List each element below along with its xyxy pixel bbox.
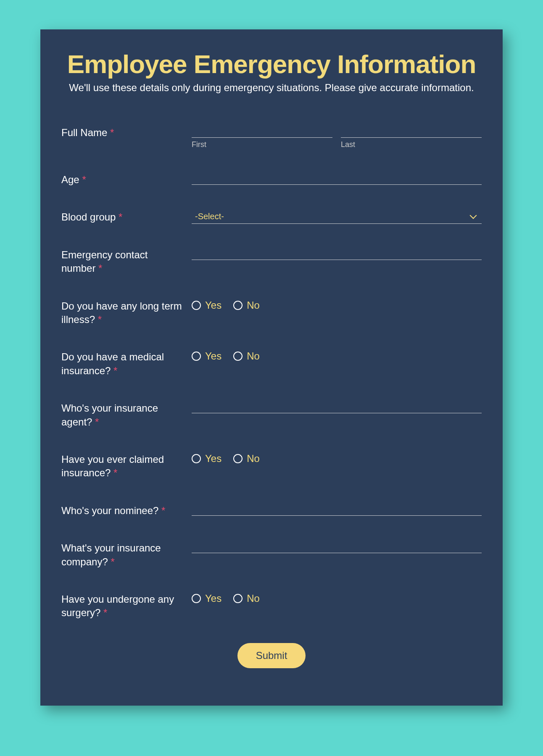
- row-surgery: Have you undergone any surgery? * Yes No: [61, 592, 482, 620]
- label-insurance-agent: Who's your insurance agent? *: [61, 401, 192, 429]
- radio-label: No: [247, 593, 260, 604]
- row-emergency-contact: Emergency contact number *: [61, 247, 482, 276]
- radio-icon: [233, 594, 243, 603]
- chevron-down-icon: [470, 212, 477, 219]
- radio-icon: [192, 352, 201, 361]
- label-age: Age *: [61, 172, 192, 186]
- label-medical-insurance: Do you have a medical insurance? *: [61, 349, 192, 378]
- label-text: Emergency contact number: [61, 249, 148, 274]
- required-mark: *: [161, 505, 165, 516]
- label-full-name: Full Name *: [61, 125, 192, 139]
- radio-icon: [233, 301, 243, 310]
- radio-icon: [233, 352, 243, 361]
- form-footer: Submit: [61, 643, 482, 668]
- last-name-sublabel: Last: [341, 140, 482, 149]
- radio-icon: [233, 454, 243, 463]
- row-insurance-agent: Who's your insurance agent? *: [61, 401, 482, 429]
- radio-label: No: [247, 299, 260, 311]
- long-term-illness-radios: Yes No: [192, 299, 482, 311]
- row-age: Age *: [61, 172, 482, 186]
- label-emergency-contact: Emergency contact number *: [61, 247, 192, 276]
- surgery-yes[interactable]: Yes: [192, 593, 221, 604]
- row-insurance-company: What's your insurance company? *: [61, 541, 482, 569]
- required-mark: *: [119, 211, 122, 223]
- label-text: Full Name: [61, 127, 107, 138]
- claimed-insurance-yes[interactable]: Yes: [192, 453, 221, 465]
- last-name-input[interactable]: [341, 125, 482, 138]
- required-mark: *: [110, 127, 114, 138]
- medical-insurance-radios: Yes No: [192, 349, 482, 362]
- medical-insurance-yes[interactable]: Yes: [192, 350, 221, 362]
- form-subtitle: We'll use these details only during emer…: [53, 82, 490, 94]
- first-name-sublabel: First: [192, 140, 332, 149]
- surgery-radios: Yes No: [192, 592, 482, 604]
- medical-insurance-no[interactable]: No: [233, 350, 260, 362]
- label-text: Age: [61, 174, 79, 185]
- long-term-illness-yes[interactable]: Yes: [192, 299, 221, 311]
- radio-label: Yes: [205, 593, 221, 604]
- radio-icon: [192, 594, 201, 603]
- label-text: Who's your nominee?: [61, 505, 158, 516]
- claimed-insurance-radios: Yes No: [192, 452, 482, 465]
- required-mark: *: [113, 365, 117, 376]
- claimed-insurance-no[interactable]: No: [233, 453, 260, 465]
- label-long-term-illness: Do you have any long term illness? *: [61, 299, 192, 327]
- form-title: Employee Emergency Information: [53, 50, 490, 78]
- label-surgery: Have you undergone any surgery? *: [61, 592, 192, 620]
- form-body: Full Name * First Last Age *: [53, 125, 490, 668]
- label-claimed-insurance: Have you ever claimed insurance? *: [61, 452, 192, 480]
- row-long-term-illness: Do you have any long term illness? * Yes…: [61, 299, 482, 327]
- form-header: Employee Emergency Information We'll use…: [53, 50, 490, 94]
- form-card: Employee Emergency Information We'll use…: [40, 29, 503, 706]
- radio-label: No: [247, 453, 260, 465]
- label-text: Have you ever claimed insurance?: [61, 454, 164, 478]
- required-mark: *: [98, 262, 102, 274]
- label-text: Who's your insurance agent?: [61, 402, 158, 427]
- age-input[interactable]: [192, 172, 482, 185]
- emergency-contact-input[interactable]: [192, 247, 482, 260]
- label-text: Have you undergone any surgery?: [61, 593, 174, 618]
- required-mark: *: [82, 174, 86, 185]
- radio-label: No: [247, 350, 260, 362]
- radio-icon: [192, 301, 201, 310]
- row-claimed-insurance: Have you ever claimed insurance? * Yes N…: [61, 452, 482, 480]
- blood-group-placeholder: -Select-: [192, 212, 224, 221]
- radio-icon: [192, 454, 201, 463]
- radio-label: Yes: [205, 299, 221, 311]
- label-text: Do you have any long term illness?: [61, 300, 182, 325]
- surgery-no[interactable]: No: [233, 593, 260, 604]
- first-name-input[interactable]: [192, 125, 332, 138]
- insurance-agent-input[interactable]: [192, 401, 482, 413]
- field-full-name: First Last: [192, 125, 482, 149]
- submit-button[interactable]: Submit: [237, 643, 306, 668]
- row-blood-group: Blood group * -Select-: [61, 210, 482, 224]
- required-mark: *: [95, 416, 99, 428]
- label-blood-group: Blood group *: [61, 210, 192, 224]
- label-insurance-company: What's your insurance company? *: [61, 541, 192, 569]
- row-nominee: Who's your nominee? *: [61, 503, 482, 517]
- nominee-input[interactable]: [192, 503, 482, 516]
- radio-label: Yes: [205, 453, 221, 465]
- long-term-illness-no[interactable]: No: [233, 299, 260, 311]
- blood-group-select[interactable]: -Select-: [192, 210, 482, 224]
- required-mark: *: [98, 314, 102, 325]
- row-medical-insurance: Do you have a medical insurance? * Yes N…: [61, 349, 482, 378]
- label-text: Blood group: [61, 211, 116, 223]
- required-mark: *: [111, 556, 114, 567]
- insurance-company-input[interactable]: [192, 541, 482, 553]
- required-mark: *: [113, 467, 117, 478]
- label-text: Do you have a medical insurance?: [61, 351, 164, 376]
- label-nominee: Who's your nominee? *: [61, 503, 192, 517]
- radio-label: Yes: [205, 350, 221, 362]
- row-full-name: Full Name * First Last: [61, 125, 482, 149]
- required-mark: *: [103, 607, 107, 618]
